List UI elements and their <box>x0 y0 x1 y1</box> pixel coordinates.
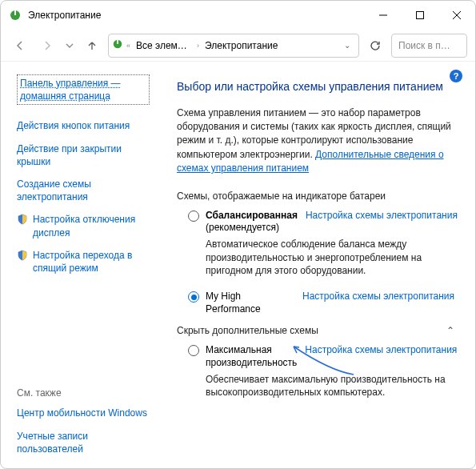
plan-name-suffix: (рекомендуется) <box>206 222 279 233</box>
section-battery-plans: Схемы, отображаемые на индикаторе батаре… <box>177 190 454 202</box>
power-plan-ultimate-performance: Максимальная производительность Настройк… <box>188 344 454 407</box>
breadcrumb-item[interactable]: Все элеме… <box>134 40 194 51</box>
power-icon <box>112 38 123 52</box>
plan-name: Сбалансированная (рекомендуется) <box>206 210 298 234</box>
up-button[interactable] <box>81 34 103 57</box>
recent-dropdown[interactable] <box>63 34 76 57</box>
section-label: Схемы, отображаемые на индикаторе батаре… <box>177 190 386 202</box>
svg-rect-3 <box>417 12 424 19</box>
refresh-button[interactable] <box>364 34 386 57</box>
sidebar-link-power-buttons[interactable]: Действия кнопок питания <box>17 119 150 132</box>
search-placeholder: Поиск в п… <box>398 40 450 51</box>
chevron-down-icon[interactable]: ⌄ <box>339 41 355 50</box>
breadcrumb-item[interactable]: Электропитание <box>202 40 280 51</box>
see-also-user-accounts[interactable]: Учетные записи пользователей <box>17 430 150 455</box>
change-plan-link[interactable]: Настройка схемы электропитания <box>306 210 458 221</box>
maximize-button[interactable] <box>402 1 438 30</box>
power-plan-my-high-performance: My High Performance Настройка схемы элек… <box>188 291 454 315</box>
svg-rect-1 <box>14 10 16 15</box>
shield-icon <box>17 214 28 225</box>
sidebar-link-sleep[interactable]: Настройка перехода в спящий режим <box>17 249 150 275</box>
navbar: « Все элеме… › Электропитание ⌄ Поиск в … <box>1 30 475 62</box>
section-label: Скрыть дополнительные схемы <box>177 325 318 336</box>
sidebar-link-display-off[interactable]: Настройка отключения дисплея <box>17 213 150 239</box>
help-icon[interactable]: ? <box>450 70 462 82</box>
radio-my-high-performance[interactable] <box>188 291 199 303</box>
change-plan-link[interactable]: Настройка схемы электропитания <box>305 344 457 355</box>
section-hide-additional[interactable]: Скрыть дополнительные схемы ⌃ <box>177 325 454 336</box>
sidebar-label: Учетные записи пользователей <box>17 430 150 455</box>
power-icon <box>9 9 22 22</box>
sidebar-label: Действие при закрытии крышки <box>17 142 150 168</box>
plan-description: Автоматическое соблюдение баланса между … <box>206 238 458 278</box>
power-plan-balanced: Сбалансированная (рекомендуется) Настрой… <box>188 210 454 287</box>
sidebar-link-lid-close[interactable]: Действие при закрытии крышки <box>17 142 150 168</box>
sidebar-label: Создание схемы электропитания <box>17 178 150 203</box>
see-also-heading: См. также <box>17 387 150 399</box>
plan-description: Обеспечивает максимальную производительн… <box>206 373 457 400</box>
intro-text: Схема управления питанием — это набор па… <box>177 106 454 176</box>
close-button[interactable] <box>438 1 475 30</box>
search-input[interactable]: Поиск в п… <box>391 34 467 58</box>
plan-name: Максимальная производительность <box>206 344 297 369</box>
window-title: Электропитание <box>28 10 101 21</box>
plan-name-bold: Сбалансированная <box>206 210 298 221</box>
sidebar-label: Настройка перехода в спящий режим <box>33 249 150 275</box>
titlebar: Электропитание <box>1 1 475 30</box>
sidebar-label: Настройка отключения дисплея <box>33 213 150 239</box>
minimize-button[interactable] <box>365 1 402 30</box>
sidebar: Панель управления — домашняя страница Де… <box>1 62 161 468</box>
svg-rect-7 <box>117 40 118 44</box>
see-also-mobility-center[interactable]: Центр мобильности Windows <box>17 407 150 419</box>
chevron-up-icon: ⌃ <box>446 325 454 336</box>
control-panel-home-link[interactable]: Панель управления — домашняя страница <box>17 74 150 105</box>
main-panel: ? Выбор или настройка схемы управления п… <box>161 62 475 468</box>
plan-name: My High Performance <box>206 291 294 315</box>
address-bar[interactable]: « Все элеме… › Электропитание ⌄ <box>108 34 359 58</box>
sidebar-label: Действия кнопок питания <box>17 119 130 132</box>
radio-balanced[interactable] <box>188 210 199 222</box>
change-plan-link[interactable]: Настройка схемы электропитания <box>302 291 454 302</box>
back-button[interactable] <box>9 34 31 57</box>
forward-button[interactable] <box>36 34 58 57</box>
chevron-right-icon: › <box>197 42 199 50</box>
chevron-right-icon: « <box>126 42 130 50</box>
shield-icon <box>17 250 28 261</box>
sidebar-label: Центр мобильности Windows <box>17 407 147 419</box>
page-title: Выбор или настройка схемы управления пит… <box>177 79 454 95</box>
window-controls <box>365 1 475 30</box>
sidebar-link-create-plan[interactable]: Создание схемы электропитания <box>17 178 150 203</box>
radio-ultimate-performance[interactable] <box>188 345 199 356</box>
